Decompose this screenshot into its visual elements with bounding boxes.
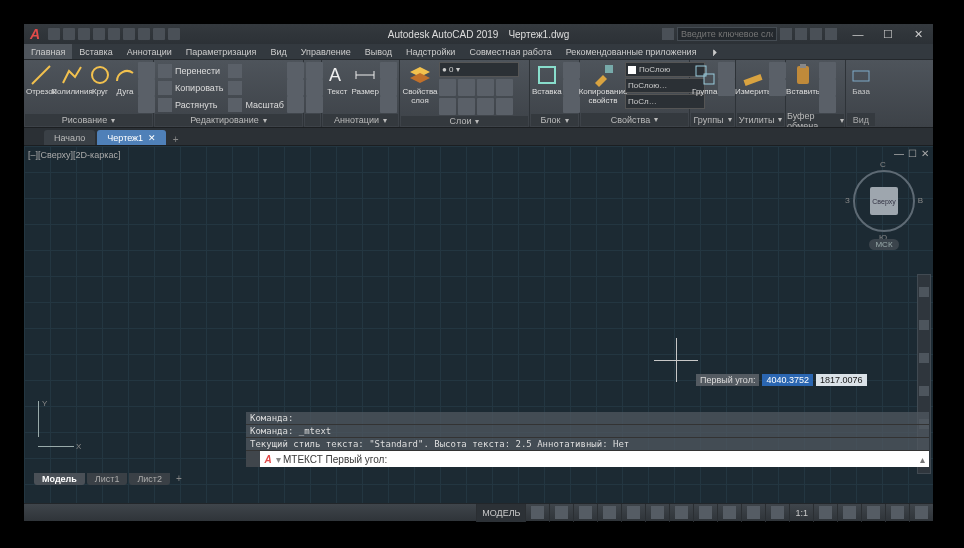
qat-icon[interactable] [168,28,180,40]
drawing-tab-active[interactable]: Чертеж1 ✕ [97,130,166,145]
status-annoscale-value[interactable]: 1:1 [789,504,813,522]
status-monitor-icon[interactable] [861,504,885,522]
measure-button[interactable]: Измерить [738,62,768,97]
qat-icon[interactable] [93,28,105,40]
help-icon[interactable] [825,28,837,40]
panel-title-modify[interactable]: Редактирование [155,114,302,126]
circle-button[interactable]: Круг [88,62,112,97]
layer-tool-icon[interactable] [458,79,475,96]
status-clean-icon[interactable] [885,504,909,522]
nav-zoom-icon[interactable] [919,353,929,363]
tab-home[interactable]: Главная [24,44,72,59]
layout-tab-model[interactable]: Модель [34,473,85,485]
group-edit-icon[interactable] [718,79,735,96]
status-osnap-icon[interactable] [645,504,669,522]
draw-more-icon[interactable] [138,62,155,79]
layout-tab-sheet2[interactable]: Лист2 [129,473,170,485]
status-model[interactable]: МОДЕЛЬ [476,504,525,522]
polyline-button[interactable]: Полилиния [57,62,87,97]
layer-tool-icon[interactable] [458,98,475,115]
paste-button[interactable]: Вставить [788,62,818,97]
qat-icon[interactable] [108,28,120,40]
close-button[interactable]: ✕ [903,24,933,44]
copy-button[interactable]: Копировать [156,79,225,96]
hist-icon[interactable] [306,96,323,113]
tab-feat[interactable]: Рекомендованные приложения [559,44,704,59]
viewcube-face[interactable]: Сверху [870,187,898,215]
cursor-x-value[interactable]: 4040.3752 [762,374,813,386]
matchprops-button[interactable]: Копирование свойств [582,62,624,106]
mirror-button[interactable] [226,79,286,96]
tab-view[interactable]: Вид [263,44,293,59]
command-line[interactable]: A ▾ МТЕКСТ Первый угол: ▴ [246,451,929,467]
tab-insert[interactable]: Вставка [72,44,119,59]
tab-collab[interactable]: Совместная работа [462,44,558,59]
status-grid-icon[interactable] [525,504,549,522]
text-button[interactable]: A Текст [324,62,351,97]
signin-icon[interactable] [780,28,792,40]
layer-select[interactable]: ● 0 ▾ [439,62,519,77]
select-icon[interactable] [769,79,786,96]
status-ws-icon[interactable] [837,504,861,522]
layout-tab-sheet1[interactable]: Лист1 [87,473,128,485]
scale-button[interactable]: Масштаб [226,96,286,113]
panel-title-block[interactable]: Блок [531,114,578,126]
status-snap-icon[interactable] [549,504,573,522]
status-iso-icon[interactable] [621,504,645,522]
trim-icon[interactable] [287,62,304,79]
viewport-max-icon[interactable]: ☐ [908,148,917,159]
layout-tab-add[interactable]: + [172,473,186,485]
status-trans-icon[interactable] [717,504,741,522]
nav-pan-icon[interactable] [919,320,929,330]
ungroup-icon[interactable] [718,62,735,79]
tab-output[interactable]: Вывод [358,44,399,59]
status-polar-icon[interactable] [597,504,621,522]
status-lw-icon[interactable] [693,504,717,522]
command-recent-icon[interactable]: ▴ [915,454,929,465]
qat-icon[interactable] [63,28,75,40]
qat-icon[interactable] [78,28,90,40]
draw-more-icon[interactable] [138,79,155,96]
qat-icon[interactable] [153,28,165,40]
layer-tool-icon[interactable] [496,79,513,96]
panel-title-layers[interactable]: Слои [401,116,528,126]
base-button[interactable]: База [848,62,874,97]
layer-tool-icon[interactable] [439,98,456,115]
dimension-button[interactable]: Размер [352,62,380,97]
cursor-y-value[interactable]: 1817.0076 [816,374,867,386]
status-annoscale-icon[interactable] [765,504,789,522]
attr-icon[interactable] [563,96,580,113]
calc-icon[interactable] [769,62,786,79]
qat-icon[interactable] [123,28,135,40]
status-cycl-icon[interactable] [741,504,765,522]
leader-icon[interactable] [380,62,397,79]
insert-button[interactable]: Вставка [532,62,562,97]
viewcube[interactable]: С Ю З В Сверху МСК [853,170,915,232]
rotate-button[interactable] [226,62,286,79]
fillet-icon[interactable] [287,79,304,96]
tab-addins[interactable]: Надстройки [399,44,462,59]
layer-tool-icon[interactable] [439,79,456,96]
drawing-tab-start[interactable]: Начало [44,130,95,145]
status-ortho-icon[interactable] [573,504,597,522]
maximize-button[interactable]: ☐ [873,24,903,44]
group-button[interactable]: Группа [692,62,717,97]
drawing-area[interactable]: [–][Сверху][2D-каркас] — ☐ ✕ С Ю З В Све… [24,146,933,503]
drawing-tab-add[interactable]: + [168,134,183,145]
tab-annot[interactable]: Аннотации [120,44,179,59]
hist-icon[interactable] [306,79,323,96]
qat-icon[interactable] [138,28,150,40]
search-input[interactable] [677,27,777,41]
arc-button[interactable]: Дуга [113,62,137,97]
layerprops-button[interactable]: Свойства слоя [402,62,438,106]
nav-orbit-icon[interactable] [919,386,929,396]
viewport-close-icon[interactable]: ✕ [921,148,929,159]
layer-tool-icon[interactable] [496,98,513,115]
viewport-min-icon[interactable]: — [894,148,904,159]
copy-clip-icon[interactable] [819,79,836,96]
table-icon[interactable] [380,79,397,96]
qat-icon[interactable] [48,28,60,40]
move-button[interactable]: Перенести [156,62,225,79]
viewport-label[interactable]: [–][Сверху][2D-каркас] [28,150,120,160]
panel-title-utils[interactable]: Утилиты [737,113,784,126]
